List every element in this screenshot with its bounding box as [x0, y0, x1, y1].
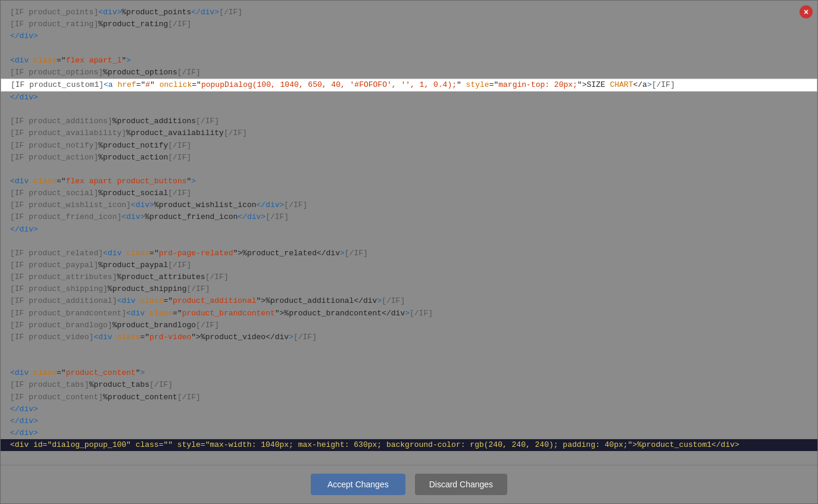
- code-line: </div>: [10, 415, 808, 427]
- code-line: [10, 355, 808, 367]
- code-line: [10, 42, 808, 54]
- code-line: [IF product_additional]<div class="produ…: [10, 295, 808, 307]
- code-line: [IF product_social]%product_social[/IF]: [10, 187, 808, 199]
- code-line: [IF product_notify]%product_notify[/IF]: [10, 140, 808, 152]
- code-line: </div>: [10, 30, 808, 42]
- code-line: </div>: [10, 92, 808, 104]
- close-button[interactable]: ×: [800, 5, 813, 18]
- code-line: [IF product_shipping]%product_shipping[/…: [10, 283, 808, 295]
- code-line: [IF product_paypal]%product_paypal[/IF]: [10, 259, 808, 271]
- code-line: [IF product_wishlist_icon]<div>%product_…: [10, 199, 808, 211]
- code-line: <div class="flex apart_l">: [10, 55, 808, 67]
- code-line: [IF product_custom1]<a href="#" onclick=…: [1, 79, 817, 92]
- code-line: [IF product_action]%product_action[/IF]: [10, 152, 808, 164]
- code-line: [10, 164, 808, 176]
- modal-footer: Accept Changes Discard Changes: [1, 465, 817, 503]
- code-line: [IF product_options]%product_options[/IF…: [10, 67, 808, 79]
- code-line: [IF product_related]<div class="prd-page…: [10, 248, 808, 259]
- code-line: <div class="product_content">: [10, 367, 808, 379]
- code-line: [IF product_points]<div>%product_points<…: [10, 7, 808, 18]
- code-line: [IF product_video]<div class="prd-video"…: [10, 331, 808, 343]
- discard-changes-button[interactable]: Discard Changes: [415, 474, 507, 495]
- code-line: [IF product_additions]%product_additions…: [10, 115, 808, 127]
- code-line: [IF product_friend_icon]<div>%product_fr…: [10, 211, 808, 223]
- code-line: [IF product_brandlogo]%product_brandlogo…: [10, 320, 808, 331]
- code-line: <div id="dialog_popup_100" class="" styl…: [1, 439, 817, 451]
- code-line: </div>: [10, 427, 808, 439]
- code-line: [10, 104, 808, 115]
- code-editor[interactable]: [IF product_points]<div>%product_points<…: [1, 1, 817, 465]
- code-line: [IF product_availability]%product_availa…: [10, 127, 808, 139]
- code-line: <div class="flex apart product_buttons">: [10, 176, 808, 187]
- code-line: [IF product_attributes]%product_attribut…: [10, 271, 808, 283]
- code-line: [IF product_content]%product_content[/IF…: [10, 392, 808, 403]
- code-line: [10, 343, 808, 355]
- code-line: </div>: [10, 403, 808, 415]
- code-line: [IF product_brandcontent]<div class="pro…: [10, 308, 808, 320]
- code-line: [10, 236, 808, 248]
- code-line: [IF product_tabs]%product_tabs[/IF]: [10, 379, 808, 391]
- code-line: [IF product_rating]%product_rating[/IF]: [10, 18, 808, 30]
- accept-changes-button[interactable]: Accept Changes: [311, 474, 405, 495]
- modal-container: × [IF product_points]<div>%product_point…: [0, 0, 818, 504]
- code-line: </div>: [10, 224, 808, 236]
